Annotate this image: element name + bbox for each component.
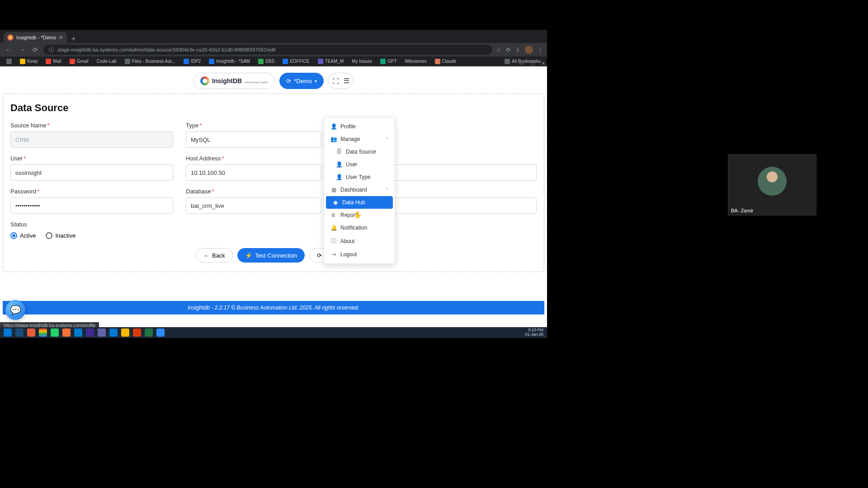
chat-bubble-icon[interactable]: 💬	[5, 300, 25, 320]
bookmark-item[interactable]: TEAM_M	[315, 59, 347, 64]
bookmark-item[interactable]: Milestones	[402, 59, 429, 64]
radio-inactive[interactable]: Inactive	[46, 232, 75, 239]
video-call-tile[interactable]: BA- Zamir	[728, 154, 816, 216]
project-switcher[interactable]: ⟳ *Demo ▾	[279, 73, 324, 89]
site-info-icon[interactable]: ⓘ	[49, 47, 54, 53]
menu-data-hub[interactable]: ◉Data Hub	[326, 196, 393, 209]
host-input[interactable]	[186, 164, 321, 181]
source-name-input[interactable]	[10, 131, 173, 148]
field-status: Status Active Inactive	[10, 221, 173, 239]
profile-avatar-icon[interactable]	[525, 46, 533, 54]
radio-active[interactable]: Active	[10, 232, 36, 239]
bookmark-item[interactable]: IDP2	[181, 59, 203, 64]
menu-user-type[interactable]: 👤User Type	[324, 171, 395, 183]
password-input[interactable]	[10, 197, 173, 214]
chevron-down-icon: ˅	[386, 188, 388, 192]
test-connection-button[interactable]: ⚡Test Connection	[237, 248, 305, 263]
zoom-icon[interactable]	[156, 328, 165, 337]
field-password: Password*	[10, 188, 173, 214]
menu-profile[interactable]: 👤Profile	[324, 120, 395, 133]
taskbar-icon[interactable]	[15, 328, 24, 337]
brand-subtitle: envisioning insights	[245, 81, 268, 84]
brand-name: InsightDB	[212, 77, 242, 84]
url-input[interactable]: ⓘ stage-insightdb.ba-systems.com/admin/d…	[43, 45, 492, 55]
taskbar-icon[interactable]	[86, 328, 94, 337]
star-icon[interactable]: ☆	[496, 47, 501, 53]
close-tab-icon[interactable]: ✕	[59, 34, 63, 41]
chevron-up-icon: ˄	[386, 137, 388, 142]
hub-icon: ◉	[332, 199, 339, 206]
plug-icon: ⚡	[245, 252, 252, 259]
bookmark-item[interactable]: Claude	[432, 59, 459, 64]
back-button[interactable]: ←Back	[196, 248, 233, 263]
explorer-icon[interactable]	[121, 328, 129, 337]
address-bar: ← → ⟳ ⓘ stage-insightdb.ba-systems.com/a…	[0, 43, 547, 56]
bookmark-item[interactable]: Code-Lab	[94, 59, 119, 64]
refresh-icon: ⟳	[286, 78, 291, 84]
taskbar-icon[interactable]	[27, 328, 35, 337]
user-icon: 👤	[336, 174, 342, 180]
menu-user[interactable]: 👤User	[324, 158, 395, 171]
database-icon: 🗄	[336, 149, 342, 155]
bookmark-item[interactable]: EOFFICE	[280, 59, 312, 64]
kebab-menu-icon[interactable]: ⋮	[538, 47, 543, 53]
reload-icon[interactable]: ⟳	[31, 46, 40, 53]
type-select[interactable]: MySQL	[186, 131, 321, 148]
minimize-icon[interactable]: —	[519, 61, 524, 66]
logout-icon: ⇥	[330, 251, 337, 258]
toolbar-pill: ⛶ ☰	[328, 73, 354, 89]
menu-data-source[interactable]: 🗄Data Source	[324, 145, 395, 158]
tab-title: Insightdb - *Demo	[16, 35, 56, 40]
bookmark-item[interactable]: EBS	[255, 59, 277, 64]
taskbar-icon[interactable]	[98, 328, 106, 337]
chrome-icon[interactable]	[39, 328, 47, 337]
back-icon[interactable]: ←	[4, 46, 14, 53]
menu-notification[interactable]: 🔔Notification	[324, 221, 395, 234]
bookmark-item[interactable]: Files - Business Aut...	[122, 59, 178, 64]
menu-about[interactable]: ⓘAbout	[324, 234, 395, 248]
taskbar-icon[interactable]	[133, 328, 141, 337]
user-input[interactable]	[10, 164, 173, 181]
bookmark-item[interactable]: GPT	[377, 59, 400, 64]
brand-pill[interactable]: InsightDB envisioning insights	[193, 73, 275, 89]
menu-dashboard[interactable]: ▦Dashboard˅	[324, 183, 395, 196]
bookmark-item[interactable]: Gmail	[67, 59, 91, 64]
field-source-name: Source Name*	[10, 122, 173, 148]
menu-logout[interactable]: ⇥Logout	[324, 248, 395, 261]
download-icon[interactable]: ⇩	[515, 47, 520, 53]
menu-manage[interactable]: 👥Manage˄	[324, 133, 395, 145]
fullscreen-icon[interactable]: ⛶	[332, 77, 339, 85]
new-tab-button[interactable]: +	[67, 35, 80, 43]
bookmark-item[interactable]: Mail	[43, 59, 64, 64]
bookmark-item[interactable]: My Issues	[349, 59, 375, 64]
forward-icon[interactable]: →	[17, 46, 27, 53]
info-icon: ⓘ	[330, 237, 337, 245]
page-content: InsightDB envisioning insights ⟳ *Demo ▾…	[0, 66, 547, 338]
project-name: *Demo	[294, 78, 312, 84]
bell-icon: 🔔	[330, 225, 337, 231]
refresh-icon: ⟳	[317, 252, 322, 259]
hamburger-menu-icon[interactable]: ☰	[344, 77, 349, 85]
firefox-icon[interactable]	[62, 328, 71, 337]
vscode-icon[interactable]	[74, 328, 82, 337]
whatsapp-icon[interactable]	[51, 328, 59, 337]
chevron-down-icon: ▾	[315, 79, 317, 84]
browser-tab[interactable]: Insightdb - *Demo ✕	[4, 32, 67, 43]
footer: Insightdb - 2.2.17 © Business Automation…	[3, 301, 544, 314]
taskbar-icon[interactable]	[109, 328, 118, 337]
bookmark-item[interactable]: Insightdb - *SAM	[206, 59, 253, 64]
cursor-icon: ✋	[354, 211, 362, 218]
maximize-icon[interactable]: ▢	[530, 61, 535, 66]
database-input[interactable]	[186, 197, 321, 214]
extensions-icon[interactable]: ⟳	[506, 47, 511, 53]
excel-icon[interactable]	[145, 328, 153, 337]
participant-name: BA- Zamir	[731, 208, 754, 213]
system-clock[interactable]: 5:10 PM 01-Jan-25	[525, 328, 543, 337]
brand-logo-icon	[200, 76, 209, 85]
bookmark-item[interactable]: Keep	[17, 59, 40, 64]
apps-icon[interactable]	[4, 59, 14, 64]
window-controls: — ▢ ✕	[519, 61, 545, 66]
start-icon[interactable]	[4, 328, 12, 337]
close-window-icon[interactable]: ✕	[541, 61, 545, 66]
user-icon: 👤	[330, 123, 337, 130]
